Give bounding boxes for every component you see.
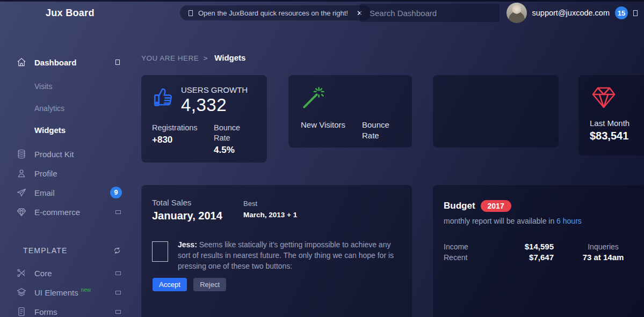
stat-cards-row: USERS GROWTH 4,332 Registrations +830 Bo… [141,75,644,163]
layers-icon [16,287,27,298]
empty-card [433,75,559,148]
sidebar-item-widgets[interactable]: Widgets [0,120,137,139]
caret-glyph-icon[interactable] [633,10,638,16]
collapse-toggle-icon[interactable] [115,291,121,294]
collapse-toggle-icon[interactable] [115,310,121,314]
card-title: USERS GROWTH [181,85,248,94]
notification-badge: 15 [615,6,628,19]
sidebar-item-label: Dashboard [34,58,76,67]
email-badge: 9 [110,187,122,198]
recent-label: Recent [444,252,503,263]
breadcrumb: YOU ARE HERE > Widgets [141,53,245,62]
user-email[interactable]: support@juxcode.com [532,9,610,17]
card-title: Last Month [590,119,644,128]
sales-period: January, 2014 [152,210,227,222]
database-icon [16,149,27,159]
refresh-icon[interactable] [113,247,121,254]
sidebar-item-ui-elements[interactable]: UI Elements new [0,283,137,302]
stat-label: Bounce Rate [214,123,251,143]
message-author: Jess: [178,240,197,249]
best-label: Best [243,200,297,208]
notice-glyph-icon [189,10,193,16]
window-top-edge [0,0,644,2]
thumbs-up-icon [152,84,175,109]
app-logo: Jux Board [46,8,95,19]
sidebar-item-email[interactable]: Email 9 [0,183,137,202]
breadcrumb-current: Widgets [214,53,245,62]
sidebar-section-template: TEMPLATE [0,241,137,260]
total-sales-card: Total Sales January, 2014 Best March, 20… [141,185,412,317]
stat-label: New Visitors [301,120,349,141]
diamond-icon [590,83,644,111]
accept-button[interactable]: Accept [153,278,187,291]
recent-value: $7,647 [503,252,554,263]
inqueries-label: Inqueries [566,241,641,252]
stat-label: Registrations [152,123,214,133]
users-growth-value: 4,332 [181,95,248,115]
visitors-card: New Visitors Bounce Rate [288,75,412,148]
collapse-toggle-icon[interactable] [115,60,120,65]
sidebar-item-profile[interactable]: Profile [0,164,137,183]
breadcrumb-prefix: YOU ARE HERE [141,54,199,62]
sidebar-item-product-kit[interactable]: Product Kit [0,144,137,164]
year-badge: 2017 [481,200,511,212]
sidebar-item-ecommerce[interactable]: E-commerce [0,202,137,222]
notice-banner[interactable]: Open the JuxBoard quick resources on the… [180,5,371,20]
hours-link[interactable]: 6 hours [556,217,582,225]
search-input[interactable] [360,4,500,22]
income-label: Income [444,241,503,252]
stat-label: Bounce Rate [362,120,400,141]
sidebar-item-dashboard[interactable]: Dashboard [0,53,137,72]
card-title: Budget [444,201,475,211]
users-growth-card: USERS GROWTH 4,332 Registrations +830 Bo… [141,75,267,163]
income-value: $14,595 [503,241,554,252]
sidebar-item-core[interactable]: Core [0,263,137,283]
magic-wand-icon [301,84,400,111]
home-icon [16,57,27,68]
gem-icon [16,207,27,217]
sidebar-item-analytics[interactable]: Analytics [0,99,137,118]
last-month-card: Last Month $83,541 [578,75,644,156]
sidebar-item-visits[interactable]: Visits [0,77,137,96]
user-avatar[interactable] [506,3,527,23]
main-content: YOU ARE HERE > Widgets USERS GROWTH 4,33… [141,26,644,317]
sidebar-item-forms[interactable]: Forms [0,302,137,317]
inqueries-value: 73 at 14am [566,252,641,263]
card-title: Total Sales [152,198,227,207]
budget-subtitle: monthly report will be available in 6 ho… [444,217,644,225]
reject-button[interactable]: Reject [193,278,226,291]
breadcrumb-separator: > [204,54,208,62]
best-value: March, 2013 + 1 [243,211,297,219]
stat-value: 4.5% [214,145,251,156]
avatar-placeholder [152,241,168,262]
profile-cluster: support@juxcode.com 15 [506,3,638,23]
notice-text: Open the JuxBoard quick resources on the… [198,9,348,17]
stat-value: +830 [152,135,214,145]
collapse-toggle-icon[interactable] [115,271,121,275]
detail-cards-row: Total Sales January, 2014 Best March, 20… [141,185,644,317]
tools-icon [16,268,27,278]
user-icon [16,168,27,179]
last-month-value: $83,541 [590,130,644,142]
budget-card: Budget 2017 monthly report will be avail… [433,185,644,317]
document-icon [16,306,27,317]
sidebar: Dashboard Visits Analytics Widgets Produ… [0,26,137,317]
sales-message: Jess: Seems like statically it's getting… [178,239,401,271]
message-body: Seems like statically it's getting impos… [178,240,394,270]
new-tag: new [81,287,91,293]
send-icon [16,187,27,198]
collapse-toggle-icon[interactable] [115,210,121,214]
